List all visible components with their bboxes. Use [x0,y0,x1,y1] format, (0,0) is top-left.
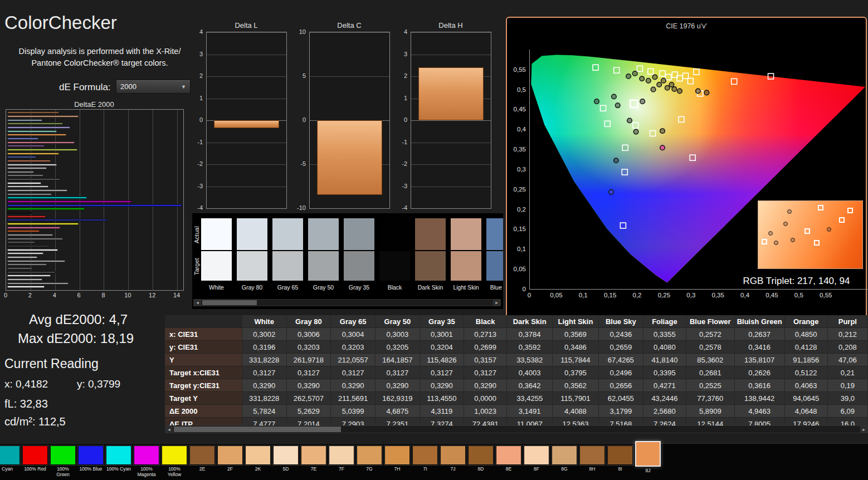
patch-button[interactable]: 8D [468,445,494,478]
axis-tick-label: 0 [523,286,526,292]
table-scrollbar[interactable]: ◄ ► [165,425,868,433]
table-cell: 7,2351 [376,418,420,426]
patch-button[interactable]: 8J [635,441,661,474]
target-row-label: Target [193,252,200,281]
patch-button[interactable]: 2F [217,445,243,478]
table-cell: 47,06 [827,354,867,366]
reading-x: x: 0,4182 [4,378,48,390]
table-row: ΔE ITP7,47777,20147,29037,23517,327472,4… [165,418,868,426]
table-cell: 39,0 [827,392,867,405]
axis-tick-label: 8 [101,292,105,298]
patch-button[interactable]: 7H [384,445,410,478]
gridline [207,55,286,55]
scrollbar-thumb[interactable] [202,300,257,305]
target-square [818,205,823,210]
axis-tick-label: -4 [402,204,407,211]
table-cell: 7,2624 [643,418,686,426]
patch-color-swatch [412,445,438,465]
table-cell: 0,2572 [686,328,734,341]
patch-button[interactable]: 7J [440,445,466,478]
gridline [310,32,389,33]
axis-tick-label: 4 [53,292,56,298]
deltae-bar [7,260,65,262]
scroll-left-icon[interactable]: ◄ [194,300,201,306]
deltae-bar [7,126,70,129]
patch-list: Cyan100% Red100% Green100% Blue100% Cyan… [0,445,661,478]
deltae-bar [7,286,45,288]
axis-tick-label: 2 [404,72,407,79]
delta-h-chart: Delta H 43210-1-2-3-4 [395,21,491,210]
patch-button[interactable]: 7G [357,445,382,478]
patch-strip: Cyan100% Red100% Green100% Blue100% Cyan… [0,443,868,480]
patch-button[interactable]: 7F [329,445,354,478]
table-cell: 0,3416 [734,341,784,354]
patch-color-swatch [50,445,76,465]
patch-button[interactable]: 8F [524,445,549,478]
colorchecker-swatch: Blue Sky [486,218,503,291]
axis-tick-label: 0,4 [740,292,749,298]
target-swatch [379,251,410,281]
table-cell: 0,0000 [464,392,507,405]
patch-button[interactable]: 7I [412,445,438,478]
measurement-circle [768,231,773,236]
deltae-bar [7,263,47,266]
chart-title: Delta H [411,21,491,32]
de-formula-select[interactable]: 2000 ▼ [116,80,191,94]
measurement-circle [791,238,795,242]
table-cell: 0,2496 [598,366,643,379]
axis-tick-label: 0,1 [517,246,526,252]
table-cell: 0,3562 [553,379,599,392]
patch-label: 100% Yellow [162,467,187,477]
axis-tick-label: 0,55 [514,66,526,73]
gridline [411,164,491,165]
plot-area [206,32,287,209]
swatch-scrollbar[interactable]: ◄ ► [193,299,501,306]
table-cell: 0,21 [827,366,867,379]
table-cell: 0,2578 [686,341,734,354]
patch-button[interactable]: 2E [189,445,215,478]
patch-button[interactable]: 8H [579,445,605,478]
gridline [411,120,491,121]
column-header: Blue Flower [686,315,734,328]
patch-button[interactable]: 8G [552,445,577,478]
scroll-right-icon[interactable]: ► [493,300,500,306]
scrollbar-thumb[interactable] [174,427,341,432]
patch-button[interactable]: Cyan [0,445,20,478]
axis-tick-label: 0 [199,116,203,123]
table-cell: 7,4777 [242,418,286,426]
patch-button[interactable]: 7E [301,445,326,478]
axis-tick-label: 0,15 [604,292,616,298]
deltae-bar [7,171,34,173]
table-cell: 0,3127 [464,366,507,379]
patch-color-swatch [106,445,131,465]
patch-button[interactable]: 5D [273,445,299,478]
axis-tick-label: 5 [303,72,306,79]
patch-button[interactable]: 100% Magenta [134,445,159,478]
patch-button[interactable]: 8I [607,445,633,478]
table-cell: 0,4128 [784,341,827,354]
scroll-left-icon[interactable]: ◄ [165,426,173,433]
delta-c-chart: Delta C 1050-5-10 [294,21,389,210]
patch-label: 8F [524,467,549,472]
patch-button[interactable]: 100% Green [50,445,76,478]
table-cell: 7,2014 [286,418,331,426]
deltae-bar [7,200,131,203]
patch-label: 100% Red [22,467,48,472]
patch-button[interactable]: 2K [245,445,271,478]
patch-color-swatch [273,445,299,465]
table-cell: 2,5680 [643,405,686,418]
axis-tick-label: 0,35 [514,146,526,153]
patch-label: Cyan [0,467,20,472]
patch-button[interactable]: 8E [496,445,521,478]
delta-bar [418,67,484,120]
scroll-right-icon[interactable]: ► [860,426,867,433]
target-swatch [486,251,503,281]
axis-tick-label: 1 [199,95,203,101]
measurement-circle [633,129,638,134]
patch-button[interactable]: 100% Cyan [106,445,131,478]
description-line-1: Display analysis is performed with the X… [8,46,192,57]
patch-button[interactable]: 100% Red [22,445,48,478]
patch-button[interactable]: 100% Blue [78,445,104,478]
target-swatch [344,251,374,281]
patch-button[interactable]: 100% Yellow [162,445,187,478]
